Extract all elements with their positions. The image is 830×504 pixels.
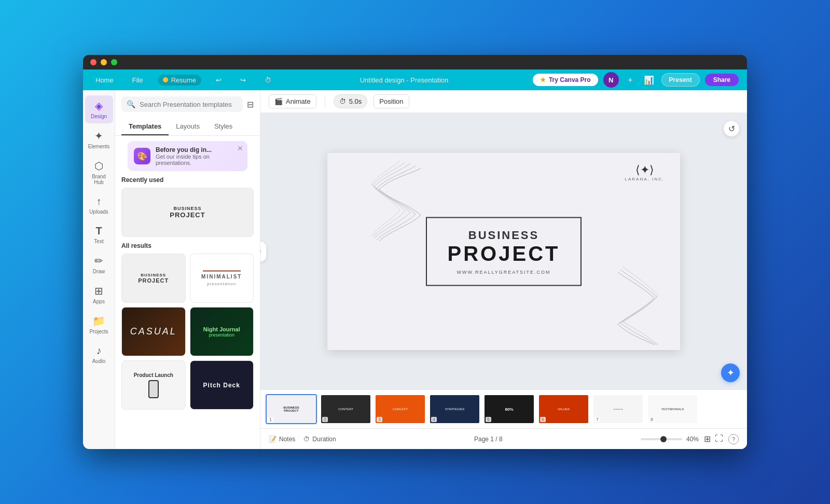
menu-file[interactable]: File	[128, 74, 147, 86]
minimize-button[interactable]	[101, 59, 107, 65]
duration-button[interactable]: ⏱ 5.0s	[334, 94, 368, 108]
template-night[interactable]: Night Journal presentation	[190, 307, 254, 356]
try-canva-pro-label: Try Canva Pro	[549, 76, 591, 83]
try-canva-pro-button[interactable]: ★ Try Canva Pro	[533, 74, 598, 86]
menu-resume[interactable]: Resume	[158, 75, 201, 86]
menu-undo[interactable]: ↩	[212, 74, 226, 86]
fullscreen-icon[interactable]: ⛶	[715, 434, 723, 444]
slide-thumb-2[interactable]: CONTENT 2	[320, 394, 371, 424]
sidebar-item-text[interactable]: T Text	[85, 221, 113, 248]
template-casual[interactable]: CASUAL	[121, 307, 186, 356]
slide-num-4: 4	[431, 417, 437, 422]
slide-strip-inner: BUSINESSPROJECT 1 CONTENT 2 CO	[260, 390, 747, 428]
template-minimalist[interactable]: MINIMALIST presentation	[190, 254, 254, 303]
sidebar-label-audio: Audio	[92, 358, 106, 364]
sidebar-item-draw[interactable]: ✏ Draw	[85, 250, 113, 278]
duration-bottom-button[interactable]: ⏱ Duration	[303, 436, 336, 443]
titlebar	[83, 55, 747, 69]
grid-view-icon[interactable]: ⊞	[704, 434, 711, 444]
duration-icon: ⏱	[303, 436, 310, 443]
slide-thumb-6[interactable]: VALUES 6	[538, 394, 589, 424]
menubar-right: ★ Try Canva Pro N ＋ 📊 Present Share	[533, 72, 739, 88]
wave-left-graphic	[369, 158, 431, 241]
draw-icon: ✏	[94, 255, 103, 267]
template-bp2[interactable]: BUSINESS PROJECT	[121, 254, 186, 303]
panel-collapse-button[interactable]: ‹	[260, 241, 267, 262]
sidebar-label-draw: Draw	[93, 269, 105, 274]
animate-label: Animate	[286, 97, 311, 105]
help-button[interactable]: ?	[728, 434, 739, 444]
position-button[interactable]: Position	[374, 94, 409, 108]
thumb-img-8: TESTIMONIALS	[648, 395, 697, 423]
position-label: Position	[379, 97, 403, 105]
tab-templates[interactable]: Templates	[121, 118, 169, 135]
magic-button[interactable]: ✦	[721, 363, 740, 382]
slide-thumb-3[interactable]: CONCEPT 3	[375, 394, 426, 424]
promo-banner: 🎨 Before you dig in... Get our inside ti…	[128, 141, 247, 171]
search-box: 🔍	[121, 96, 243, 112]
gallery-scroll: 🎨 Before you dig in... Get our inside ti…	[115, 136, 260, 449]
stats-icon[interactable]: 📊	[642, 73, 656, 87]
tabs-row: Templates Layouts Styles	[115, 118, 260, 136]
promo-title: Before you dig in...	[156, 146, 241, 153]
slide-num-3: 3	[377, 417, 382, 422]
sidebar-item-brand-hub[interactable]: ⬡ Brand Hub	[85, 156, 113, 189]
sidebar-item-uploads[interactable]: ↑ Uploads	[85, 191, 113, 219]
template-product-launch[interactable]: Product Launch	[121, 360, 186, 410]
search-input[interactable]	[140, 101, 238, 108]
menu-timer[interactable]: ⏱	[260, 74, 275, 86]
sidebar-item-audio[interactable]: ♪ Audio	[85, 341, 113, 368]
slide-url: WWW.REALLYGREATSITE.COM	[442, 269, 565, 274]
promo-close-button[interactable]: ✕	[237, 144, 243, 152]
slide-thumb-8[interactable]: TESTIMONIALS 8	[647, 394, 698, 424]
thumb-img-6: VALUES	[539, 395, 588, 423]
bp-card-sub: PROJECT	[170, 211, 205, 219]
zoom-bar: 40%	[641, 436, 699, 443]
tab-styles[interactable]: Styles	[207, 118, 240, 135]
slide-thumb-5[interactable]: 80% 5	[483, 394, 535, 424]
slide-strip: BUSINESSPROJECT 1 CONTENT 2 CO	[260, 389, 747, 428]
close-button[interactable]	[90, 59, 96, 65]
slide-container: ⟨✦⟩ LARANA, INC. BUSINESS PROJECT WWW.RE…	[327, 153, 680, 350]
apps-icon: ⊞	[94, 285, 103, 297]
filter-icon[interactable]: ⊟	[247, 100, 254, 109]
logo-icon: ⟨✦⟩	[625, 163, 665, 177]
zoom-slider[interactable]	[641, 438, 682, 440]
sidebar-item-design[interactable]: ◈ Design	[85, 95, 113, 123]
elements-icon: ✦	[94, 130, 103, 142]
user-avatar[interactable]: N	[603, 72, 619, 88]
duration-value: 5.0s	[349, 97, 362, 105]
notes-button[interactable]: 📝 Notes	[269, 436, 295, 443]
projects-icon: 📁	[92, 315, 105, 327]
template-pitch-deck[interactable]: Pitch Deck	[190, 360, 254, 410]
thumb-img-3: CONCEPT	[376, 395, 425, 423]
canvas-area: 🎬 Animate ⏱ 5.0s Position ‹ ↺	[260, 90, 747, 449]
slide-num-6: 6	[540, 417, 546, 422]
slide-thumb-7[interactable]: • • • • • 7	[592, 394, 644, 424]
bp-card-title: BUSINESS	[173, 206, 201, 211]
all-results-title: All results	[121, 242, 254, 249]
present-button[interactable]: Present	[661, 73, 700, 87]
slide-thumb-4[interactable]: STRATEGIES 4	[429, 394, 480, 424]
plus-icon[interactable]: ＋	[624, 73, 637, 88]
sidebar-item-elements[interactable]: ✦ Elements	[85, 125, 113, 153]
slide-num-7: 7	[594, 417, 600, 422]
text-icon: T	[95, 225, 102, 237]
refresh-slide-button[interactable]: ↺	[723, 120, 740, 137]
menu-home[interactable]: Home	[91, 74, 118, 86]
search-area: 🔍 ⊟	[115, 90, 260, 118]
slide-logo: ⟨✦⟩ LARANA, INC.	[625, 163, 665, 181]
template-recent-bp[interactable]: BUSINESS PROJECT	[121, 188, 254, 237]
menu-redo[interactable]: ↪	[236, 74, 250, 86]
tab-layouts[interactable]: Layouts	[169, 118, 207, 135]
zoom-percentage: 40%	[686, 436, 699, 443]
maximize-button[interactable]	[111, 59, 117, 65]
bottom-bar: 📝 Notes ⏱ Duration Page 1 / 8 40%	[260, 428, 747, 449]
slide-thumb-1[interactable]: BUSINESSPROJECT 1	[266, 394, 317, 424]
sidebar-item-apps[interactable]: ⊞ Apps	[85, 281, 113, 309]
main-content: ◈ Design ✦ Elements ⬡ Brand Hub ↑ Upload…	[83, 90, 747, 449]
logo-text: LARANA, INC.	[625, 177, 665, 181]
sidebar-item-projects[interactable]: 📁 Projects	[85, 311, 113, 339]
animate-button[interactable]: 🎬 Animate	[269, 94, 316, 108]
share-button[interactable]: Share	[705, 74, 739, 86]
